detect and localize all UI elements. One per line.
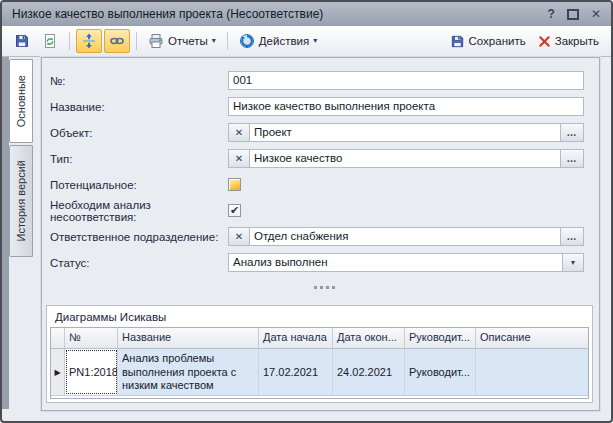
splitter-dots-icon xyxy=(314,286,317,289)
type-value[interactable]: Низкое качество xyxy=(250,150,560,167)
cell-manager[interactable]: Руководит... xyxy=(405,349,476,395)
actions-caret-icon: ▾ xyxy=(313,37,317,45)
grid-header-row: № Название Дата начала Дата окон... Руко… xyxy=(51,328,588,349)
tab-main-label: Основные xyxy=(15,65,27,137)
reports-label: Отчеты xyxy=(168,35,208,47)
window-title: Низкое качество выполнения проекта (Несо… xyxy=(12,7,323,21)
row-indicator-icon[interactable]: ▶ xyxy=(51,349,65,395)
reports-button[interactable]: Отчеты ▾ xyxy=(143,29,221,53)
cell-number[interactable]: PN1:2018 xyxy=(65,349,118,395)
col-header-name[interactable]: Название xyxy=(118,328,259,348)
responsible-browse-button[interactable]: … xyxy=(560,228,583,245)
close-button[interactable]: ✕ xyxy=(591,8,601,20)
main-panel: №: 001 Название: Низкое качество выполне… xyxy=(41,57,600,411)
form-row-type: Тип: ✕ Низкое качество … xyxy=(50,149,599,168)
ishikawa-groupbox: Диаграммы Исикавы № Название Дата начала… xyxy=(46,305,593,403)
form-row-status: Статус: Анализ выполнен ▼ xyxy=(50,253,599,272)
object-label: Объект: xyxy=(50,127,228,139)
toolbar-separator xyxy=(227,32,228,50)
form-row-analysis-required: Необходим анализ несоответствия: ✔ xyxy=(50,201,599,220)
status-value: Анализ выполнен xyxy=(229,254,562,271)
reports-caret-icon: ▾ xyxy=(212,37,216,45)
ishikawa-grid: № Название Дата начала Дата окон... Руко… xyxy=(50,327,589,399)
analysis-required-label: Необходим анализ несоответствия: xyxy=(50,199,228,223)
toolbar-separator xyxy=(136,32,137,50)
cell-name[interactable]: Анализ проблемы выполнения проекта с низ… xyxy=(118,349,259,395)
refresh-button[interactable] xyxy=(37,29,63,53)
side-tabstrip: Основные История версий xyxy=(9,59,33,259)
titlebar[interactable]: Низкое качество выполнения проекта (Несо… xyxy=(2,2,611,26)
status-dropdown-button[interactable]: ▼ xyxy=(562,254,583,271)
close-label: Закрыть xyxy=(555,35,599,47)
tab-main[interactable]: Основные xyxy=(9,59,33,143)
name-label: Название: xyxy=(50,101,228,113)
refresh-icon xyxy=(42,33,58,49)
maximize-icon[interactable] xyxy=(567,9,579,20)
object-browse-button[interactable]: … xyxy=(560,124,583,141)
splitter-handle[interactable] xyxy=(50,282,599,292)
split-view-toggle-button[interactable] xyxy=(76,29,102,53)
floppy-icon xyxy=(14,33,30,49)
responsible-label: Ответственное подразделение: xyxy=(50,231,228,243)
status-select[interactable]: Анализ выполнен ▼ xyxy=(228,253,584,272)
link-toggle-button[interactable] xyxy=(104,29,130,53)
analysis-required-checkbox[interactable]: ✔ xyxy=(228,204,241,217)
object-value[interactable]: Проект xyxy=(250,124,560,141)
col-header-description[interactable]: Описание xyxy=(476,328,588,348)
cell-start-date[interactable]: 17.02.2021 xyxy=(259,349,333,395)
col-header-manager[interactable]: Руководит... xyxy=(405,328,476,348)
responsible-clear-button[interactable]: ✕ xyxy=(229,228,250,245)
form-row-object: Объект: ✕ Проект … xyxy=(50,123,599,142)
name-input[interactable]: Низкое качество выполнения проекта xyxy=(228,97,584,116)
cell-end-date[interactable]: 24.02.2021 xyxy=(333,349,405,395)
object-clear-button[interactable]: ✕ xyxy=(229,124,250,141)
save-label: Сохранить xyxy=(469,35,526,47)
form: №: 001 Название: Низкое качество выполне… xyxy=(42,58,599,292)
form-row-potential: Потенциальное: xyxy=(50,175,599,194)
app-window: Низкое качество выполнения проекта (Несо… xyxy=(0,0,613,423)
type-lookup: ✕ Низкое качество … xyxy=(228,149,584,168)
toolbar-separator xyxy=(69,32,70,50)
actions-icon xyxy=(239,33,255,49)
form-row-number: №: 001 xyxy=(50,71,599,90)
actions-button[interactable]: Действия ▾ xyxy=(234,29,322,53)
potential-checkbox[interactable] xyxy=(228,178,241,191)
responsible-lookup: ✕ Отдел снабжения … xyxy=(228,227,584,246)
save-icon-button[interactable] xyxy=(9,29,35,53)
left-border-strip xyxy=(2,57,9,409)
col-header-start-date[interactable]: Дата начала xyxy=(259,328,333,348)
tab-version-history-label: История версий xyxy=(15,150,27,251)
actions-label: Действия xyxy=(259,35,309,47)
toolbar: Отчеты ▾ Действия ▾ Сохранить Закрыть xyxy=(2,26,611,57)
help-button[interactable]: ? xyxy=(548,8,555,20)
col-header-end-date[interactable]: Дата окон... xyxy=(333,328,405,348)
cell-description[interactable] xyxy=(476,349,588,395)
save-button[interactable]: Сохранить xyxy=(445,29,531,53)
floppy-icon xyxy=(450,34,465,49)
tab-version-history[interactable]: История версий xyxy=(9,145,33,257)
form-row-name: Название: Низкое качество выполнения про… xyxy=(50,97,599,116)
form-row-responsible: Ответственное подразделение: ✕ Отдел сна… xyxy=(50,227,599,246)
ishikawa-groupbox-title: Диаграммы Исикавы xyxy=(47,306,592,327)
window-controls: ? ✕ xyxy=(548,8,601,20)
type-label: Тип: xyxy=(50,153,228,165)
potential-label: Потенциальное: xyxy=(50,179,228,191)
close-action-button[interactable]: Закрыть xyxy=(533,29,604,53)
col-header-indicator xyxy=(51,328,65,348)
status-label: Статус: xyxy=(50,257,228,269)
number-input[interactable]: 001 xyxy=(228,71,584,90)
type-browse-button[interactable]: … xyxy=(560,150,583,167)
vertical-split-icon xyxy=(81,33,97,49)
close-x-icon xyxy=(538,35,551,48)
chain-link-icon xyxy=(109,33,125,49)
table-row[interactable]: ▶ PN1:2018 Анализ проблемы выполнения пр… xyxy=(51,349,588,396)
printer-icon xyxy=(148,33,164,49)
col-header-number[interactable]: № xyxy=(65,328,118,348)
object-lookup: ✕ Проект … xyxy=(228,123,584,142)
responsible-value[interactable]: Отдел снабжения xyxy=(250,228,560,245)
number-label: №: xyxy=(50,75,228,87)
type-clear-button[interactable]: ✕ xyxy=(229,150,250,167)
checkmark-icon: ✔ xyxy=(230,205,239,216)
